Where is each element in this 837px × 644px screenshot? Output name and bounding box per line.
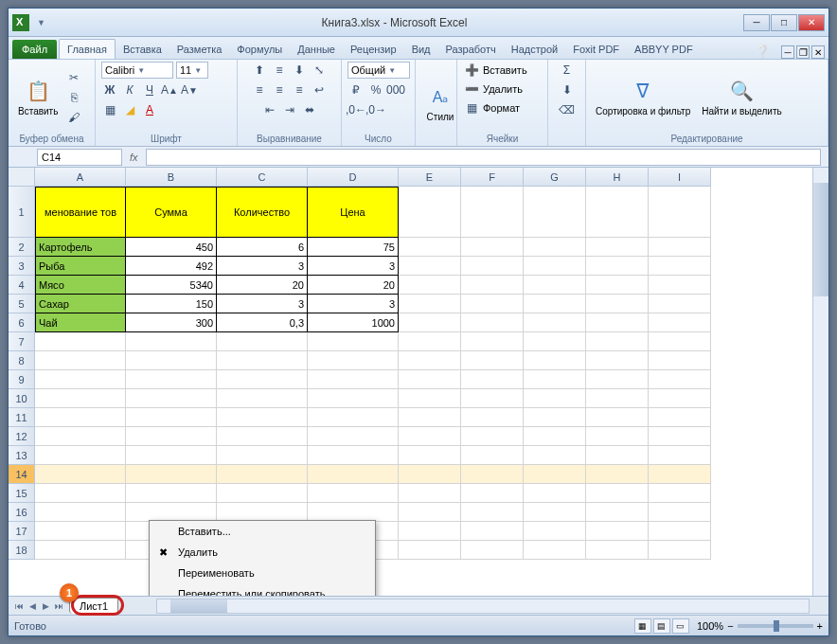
align-right-button[interactable]: ≡ <box>291 81 308 98</box>
autosum-button[interactable]: Σ <box>559 62 576 79</box>
sort-filter-button[interactable]: ᐁ Сортировка и фильтр <box>592 76 694 118</box>
cell[interactable] <box>524 446 586 465</box>
cell[interactable] <box>399 370 461 389</box>
cell[interactable] <box>399 503 461 522</box>
tab-insert[interactable]: Вставка <box>116 40 169 59</box>
sheet-nav-prev-button[interactable]: ◀ <box>26 599 39 613</box>
cell[interactable] <box>461 187 524 238</box>
cell[interactable] <box>35 351 126 370</box>
tab-layout[interactable]: Разметка <box>169 40 230 59</box>
cell[interactable]: 20 <box>217 276 308 295</box>
row-header-13[interactable]: 13 <box>9 446 35 465</box>
clear-button[interactable]: ⌫ <box>559 101 576 118</box>
cell[interactable] <box>649 427 711 446</box>
cell[interactable] <box>461 465 524 484</box>
cell[interactable] <box>126 465 217 484</box>
cell[interactable]: 492 <box>126 257 217 276</box>
view-page-layout-button[interactable]: ▤ <box>653 618 670 634</box>
cell[interactable] <box>649 276 711 295</box>
delete-cells-button[interactable]: ➖Удалить <box>463 80 542 98</box>
cell[interactable] <box>461 427 524 446</box>
cell[interactable] <box>586 522 649 541</box>
font-size-combo[interactable]: 11▼ <box>176 62 208 79</box>
number-format-combo[interactable]: Общий▼ <box>347 62 410 79</box>
cell[interactable]: 5340 <box>126 276 217 295</box>
column-header-A[interactable]: A <box>35 168 126 187</box>
cell[interactable]: 1000 <box>308 313 399 332</box>
cell[interactable]: Чай <box>35 313 126 332</box>
cell[interactable] <box>35 427 126 446</box>
row-header-5[interactable]: 5 <box>9 295 35 313</box>
row-header-18[interactable]: 18 <box>9 541 35 560</box>
cell[interactable] <box>399 295 461 313</box>
cell[interactable] <box>586 389 649 408</box>
row-header-16[interactable]: 16 <box>9 503 35 522</box>
cell[interactable] <box>399 238 461 257</box>
context-menu-item[interactable]: Вставить... <box>150 521 375 542</box>
row-header-4[interactable]: 4 <box>9 276 35 295</box>
row-header-10[interactable]: 10 <box>9 389 35 408</box>
comma-button[interactable]: 000 <box>387 81 404 98</box>
cell[interactable] <box>586 238 649 257</box>
cell[interactable] <box>586 351 649 370</box>
cell[interactable] <box>461 484 524 503</box>
decrease-indent-button[interactable]: ⇤ <box>261 101 278 118</box>
fx-label[interactable]: fx <box>130 152 138 163</box>
cell[interactable] <box>649 522 711 541</box>
cell[interactable] <box>586 503 649 522</box>
cell[interactable] <box>649 446 711 465</box>
column-header-G[interactable]: G <box>524 168 586 187</box>
cell[interactable] <box>524 238 586 257</box>
cell[interactable] <box>399 465 461 484</box>
align-left-button[interactable]: ≡ <box>251 81 268 98</box>
cell[interactable] <box>461 389 524 408</box>
cell[interactable] <box>524 465 586 484</box>
column-header-E[interactable]: E <box>399 168 461 187</box>
cell[interactable] <box>35 541 126 560</box>
doc-restore-button[interactable]: ❐ <box>796 45 810 59</box>
cell[interactable] <box>217 332 308 351</box>
cell[interactable] <box>126 427 217 446</box>
cell[interactable] <box>126 389 217 408</box>
column-header-B[interactable]: B <box>126 168 217 187</box>
cell[interactable] <box>649 465 711 484</box>
cell[interactable] <box>649 187 711 238</box>
decrease-decimal-button[interactable]: ,0→ <box>367 101 384 118</box>
cell[interactable] <box>586 276 649 295</box>
cell[interactable] <box>461 446 524 465</box>
cell[interactable] <box>586 465 649 484</box>
cell[interactable] <box>461 522 524 541</box>
tab-foxit[interactable]: Foxit PDF <box>565 40 627 59</box>
row-header-1[interactable]: 1 <box>9 187 35 238</box>
cell[interactable] <box>217 484 308 503</box>
cell[interactable] <box>35 446 126 465</box>
cell[interactable] <box>524 427 586 446</box>
cell[interactable] <box>649 370 711 389</box>
cell[interactable]: Количество <box>217 187 308 238</box>
align-top-button[interactable]: ⬆ <box>251 62 268 79</box>
row-header-11[interactable]: 11 <box>9 408 35 427</box>
cell[interactable] <box>524 541 586 560</box>
cell[interactable] <box>524 257 586 276</box>
cell[interactable] <box>649 351 711 370</box>
row-header-12[interactable]: 12 <box>9 427 35 446</box>
cell[interactable] <box>649 295 711 313</box>
cell[interactable] <box>126 332 217 351</box>
cut-icon[interactable]: ✂ <box>65 69 82 86</box>
cell[interactable]: 3 <box>217 257 308 276</box>
context-menu-item[interactable]: Переместить или скопировать... <box>150 583 375 596</box>
cell[interactable] <box>524 276 586 295</box>
select-all-corner[interactable] <box>9 168 35 187</box>
cell[interactable] <box>308 503 399 522</box>
cell[interactable] <box>35 503 126 522</box>
sheet-tab-1[interactable]: Лист1 <box>69 598 118 614</box>
cell[interactable] <box>399 446 461 465</box>
view-page-break-button[interactable]: ▭ <box>672 618 689 634</box>
minimize-button[interactable]: ─ <box>743 14 770 31</box>
cell[interactable] <box>586 313 649 332</box>
wrap-text-button[interactable]: ↩ <box>311 81 328 98</box>
cell[interactable] <box>649 389 711 408</box>
cell[interactable] <box>35 484 126 503</box>
cell[interactable] <box>586 541 649 560</box>
cell[interactable] <box>126 446 217 465</box>
